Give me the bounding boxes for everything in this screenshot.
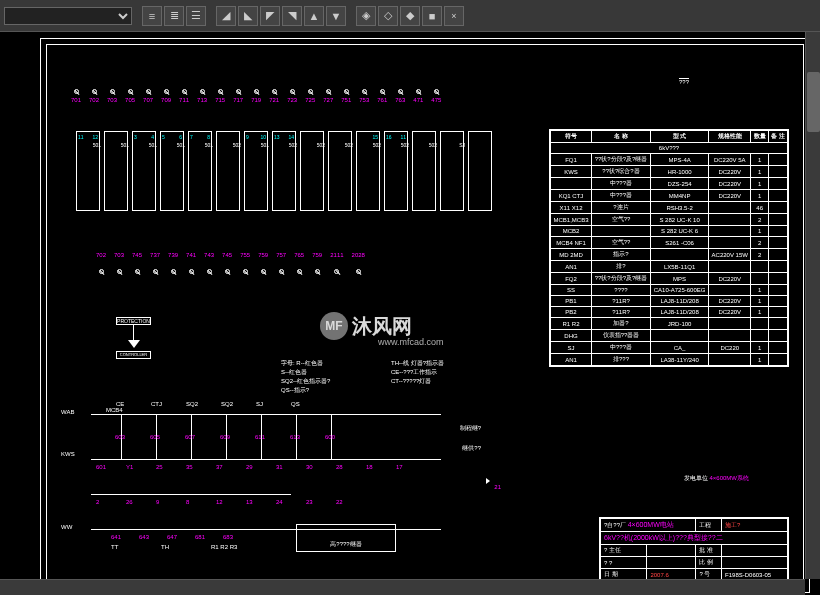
layer-4-btn[interactable]: ■ bbox=[422, 6, 442, 26]
toolbar: ≡ ≣ ☰ ◢ ◣ ◤ ◥ ▲ ▼ ◈ ◇ ◆ ■ × bbox=[0, 0, 820, 32]
wire-boxes: 1112501501345015650178501502910501131450… bbox=[76, 131, 492, 211]
title-block: ?自??厂 4×600MW电站 工程 施工? 6kV??机(2000kW以上)?… bbox=[599, 517, 789, 582]
terminal-strip-bot: 7027037457377397417437457557597577657592… bbox=[96, 249, 365, 274]
legend-left: 字母: R--红色器 S--红色器 SQ2--红色指示器? QS--指示? bbox=[281, 359, 330, 395]
terminal-strip-top: 7017027037057077097117137157177197217237… bbox=[71, 89, 441, 103]
scrollbar-horizontal[interactable] bbox=[0, 579, 805, 595]
side-note: 发电单位 4×600MW系统 bbox=[684, 474, 749, 483]
layer-dropdown[interactable] bbox=[4, 7, 132, 25]
table-header-marker: ??? bbox=[679, 79, 689, 85]
cad-canvas[interactable]: 7017027037057077097117137157177197217237… bbox=[0, 32, 820, 595]
layer-2-btn[interactable]: ◇ bbox=[378, 6, 398, 26]
lower-schematic: WAB MCB4 KWS WW CE603CTJ605SQ2607SQ2609S… bbox=[71, 429, 471, 579]
annot-6-btn[interactable]: ▼ bbox=[326, 6, 346, 26]
align-right-btn[interactable]: ☰ bbox=[186, 6, 206, 26]
layer-3-btn[interactable]: ◆ bbox=[400, 6, 420, 26]
annot-4-btn[interactable]: ◥ bbox=[282, 6, 302, 26]
scrollbar-thumb-v[interactable] bbox=[807, 72, 820, 132]
layer-1-btn[interactable]: ◈ bbox=[356, 6, 376, 26]
root-node: PROTECTION CONTROLLER bbox=[116, 317, 151, 359]
annot-5-btn[interactable]: ▲ bbox=[304, 6, 324, 26]
close-btn[interactable]: × bbox=[444, 6, 464, 26]
scrollbar-vertical[interactable] bbox=[805, 32, 820, 579]
annot-3-btn[interactable]: ◤ bbox=[260, 6, 280, 26]
align-left-btn[interactable]: ≡ bbox=[142, 6, 162, 26]
annot-2-btn[interactable]: ◣ bbox=[238, 6, 258, 26]
align-center-btn[interactable]: ≣ bbox=[164, 6, 184, 26]
annot-1-btn[interactable]: ◢ bbox=[216, 6, 236, 26]
legend-right: TH--线 灯器?指示器 CE--???工作指示 CT--?????灯器 bbox=[391, 359, 444, 386]
drawing-frame: 7017027037057077097117137157177197217237… bbox=[40, 38, 810, 593]
parts-table: 符号名 称型 式规格性能数量备 注6kV???FQ1??状?分段?及?继器MPS… bbox=[549, 129, 789, 367]
